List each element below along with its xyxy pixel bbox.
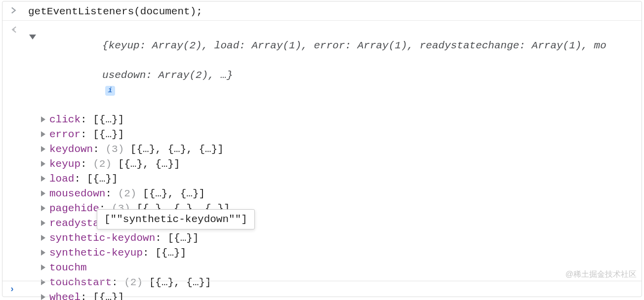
- property-key: click: [49, 114, 80, 125]
- property-row[interactable]: synthetic-keyup: [{…}]: [28, 246, 642, 261]
- colon: :: [74, 173, 86, 185]
- chevron-right-icon: [10, 7, 17, 14]
- tooltip: [""synthetic-keydown""]: [97, 209, 255, 229]
- object-summary[interactable]: {keyup: Array(2), load: Array(1), error:…: [28, 24, 642, 112]
- property-value: [{…}]: [155, 247, 186, 259]
- output-indicator: [2, 24, 25, 33]
- property-value: [{…}]: [93, 114, 124, 125]
- property-value: [{…}]: [167, 232, 199, 244]
- chevron-right-icon: ›: [9, 284, 15, 294]
- property-value: [{…}]: [93, 129, 124, 140]
- expand-toggle-icon[interactable]: [29, 35, 36, 39]
- expand-triangle-icon[interactable]: [41, 116, 45, 122]
- property-value: [{…}, {…}]: [118, 158, 180, 170]
- expand-triangle-icon[interactable]: [41, 205, 45, 211]
- expand-triangle-icon[interactable]: [41, 264, 45, 270]
- console-output-content: {keyup: Array(2), load: Array(1), error:…: [25, 24, 642, 300]
- property-count: (2): [118, 188, 143, 199]
- property-count: (2): [93, 158, 118, 170]
- expand-triangle-icon[interactable]: [41, 176, 45, 182]
- info-icon[interactable]: [105, 86, 115, 96]
- property-count: (3): [105, 144, 130, 155]
- expand-triangle-icon[interactable]: [41, 250, 45, 256]
- return-icon: [10, 26, 17, 33]
- property-row[interactable]: mousedown: (2) [{…}, {…}]: [28, 187, 642, 201]
- colon: :: [80, 114, 93, 125]
- summary-line-1: {keyup: Array(2), load: Array(1), error:…: [102, 40, 606, 51]
- input-indicator: [2, 4, 25, 14]
- colon: :: [80, 129, 93, 140]
- console-input-row: getEventListeners(document);: [2, 1, 642, 21]
- watermark: @稀土掘金技术社区: [565, 269, 637, 280]
- expand-triangle-icon[interactable]: [41, 146, 45, 152]
- expand-triangle-icon[interactable]: [41, 161, 45, 167]
- property-key: touchm: [49, 262, 87, 273]
- colon: :: [155, 232, 167, 244]
- property-value: [{…}]: [87, 173, 118, 185]
- property-row[interactable]: synthetic-keydown: [{…}]: [28, 231, 642, 246]
- property-key: pagehide: [49, 203, 99, 214]
- property-row[interactable]: click: [{…}]: [28, 112, 642, 127]
- property-key: mousedown: [49, 188, 105, 199]
- summary-line-2: usedown: Array(2), …}: [102, 70, 233, 81]
- colon: :: [105, 188, 118, 199]
- property-row[interactable]: keydown: (3) [{…}, {…}, {…}]: [28, 142, 642, 157]
- console-prompt-row[interactable]: ›: [2, 281, 642, 297]
- expand-triangle-icon[interactable]: [41, 131, 45, 137]
- object-properties: click: [{…}]error: [{…}]keydown: (3) [{……: [28, 112, 642, 300]
- console-output-row: {keyup: Array(2), load: Array(1), error:…: [2, 21, 642, 300]
- colon: :: [93, 144, 105, 155]
- property-key: keyup: [49, 158, 80, 170]
- property-row[interactable]: keyup: (2) [{…}, {…}]: [28, 157, 642, 172]
- property-key: synthetic-keyup: [49, 247, 143, 259]
- property-value: [{…}, {…}]: [143, 188, 205, 199]
- console-panel: getEventListeners(document); {keyup: Arr…: [2, 1, 642, 297]
- property-key: error: [49, 129, 80, 140]
- console-input-code[interactable]: getEventListeners(document);: [25, 4, 642, 19]
- property-row[interactable]: touchm: [28, 261, 642, 275]
- expand-triangle-icon[interactable]: [41, 220, 45, 226]
- property-key: synthetic-keydown: [49, 232, 155, 244]
- property-value: [{…}, {…}, {…}]: [130, 144, 224, 155]
- property-key: load: [49, 173, 74, 185]
- property-key: keydown: [49, 144, 93, 155]
- property-row[interactable]: load: [{…}]: [28, 172, 642, 187]
- expand-triangle-icon[interactable]: [41, 235, 45, 241]
- colon: :: [80, 158, 93, 170]
- colon: :: [143, 247, 155, 259]
- property-row[interactable]: error: [{…}]: [28, 127, 642, 142]
- expand-triangle-icon[interactable]: [41, 190, 45, 196]
